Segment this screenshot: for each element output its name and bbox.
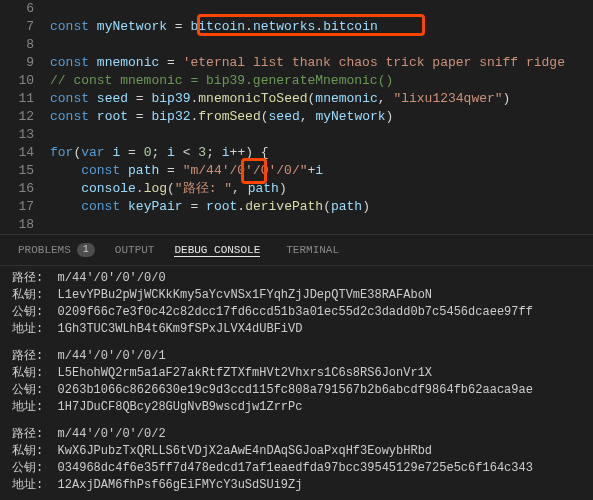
console-line: 私钥: KwX6JPubzTxQRLLS6tVDjX2aAwE4nDAqSGJo…: [12, 443, 581, 460]
code-line[interactable]: 9const mnemonic = 'eternal list thank ch…: [0, 54, 593, 72]
line-number: 11: [0, 90, 50, 108]
code-content: const mnemonic = 'eternal list thank cha…: [50, 54, 573, 72]
debug-console-output[interactable]: 路径: m/44'/0'/0'/0/0私钥: L1evYPBu2pWjWCKkK…: [0, 266, 593, 500]
line-number: 18: [0, 216, 50, 234]
code-content: const root = bip32.fromSeed(seed, myNetw…: [50, 108, 393, 126]
code-line[interactable]: 10// const mnemonic = bip39.generateMnem…: [0, 72, 593, 90]
console-line: 路径: m/44'/0'/0'/0/0: [12, 270, 581, 287]
code-content: const keyPair = root.derivePath(path): [50, 198, 370, 216]
line-number: 14: [0, 144, 50, 162]
panel-tabs: PROBLEMS 1 OUTPUT DEBUG CONSOLE TERMINAL: [0, 234, 593, 266]
tab-problems-label: PROBLEMS: [18, 244, 71, 256]
code-line[interactable]: 11const seed = bip39.mnemonicToSeed(mnem…: [0, 90, 593, 108]
tab-terminal-label: TERMINAL: [286, 244, 339, 256]
tab-terminal[interactable]: TERMINAL: [276, 240, 349, 260]
tab-problems[interactable]: PROBLEMS 1: [8, 239, 105, 261]
console-block: 路径: m/44'/0'/0'/0/0私钥: L1evYPBu2pWjWCKkK…: [12, 270, 581, 338]
line-number: 9: [0, 54, 50, 72]
tab-debug-console[interactable]: DEBUG CONSOLE: [164, 240, 276, 261]
console-line: 私钥: L1evYPBu2pWjWCKkKmy5aYcvNSx1FYqhZjJD…: [12, 287, 581, 304]
line-number: 17: [0, 198, 50, 216]
line-number: 10: [0, 72, 50, 90]
code-content: const path = "m/44'/0'/0'/0/"+i: [50, 162, 323, 180]
console-line: 私钥: L5EhohWQ2rm5a1aF27akRtfZTXfmHVt2Vhxr…: [12, 365, 581, 382]
console-line: 地址: 1H7JDuCF8QBcy28GUgNvB9wscdjw1ZrrPc: [12, 399, 581, 416]
code-editor[interactable]: 67const myNetwork = bitcoin.networks.bit…: [0, 0, 593, 234]
code-line[interactable]: 6: [0, 0, 593, 18]
line-number: 15: [0, 162, 50, 180]
console-block: 路径: m/44'/0'/0'/0/1私钥: L5EhohWQ2rm5a1aF2…: [12, 348, 581, 416]
code-line[interactable]: 16 console.log("路径: ", path): [0, 180, 593, 198]
code-line[interactable]: 18: [0, 216, 593, 234]
code-line[interactable]: 17 const keyPair = root.derivePath(path): [0, 198, 593, 216]
code-content: // const mnemonic = bip39.generateMnemon…: [50, 72, 393, 90]
tab-debug-label: DEBUG CONSOLE: [174, 244, 260, 257]
code-line[interactable]: 15 const path = "m/44'/0'/0'/0/"+i: [0, 162, 593, 180]
code-content: for(var i = 0; i < 3; i++) {: [50, 144, 269, 162]
code-content: const seed = bip39.mnemonicToSeed(mnemon…: [50, 90, 510, 108]
line-number: 6: [0, 0, 50, 18]
console-block: 路径: m/44'/0'/0'/0/2私钥: KwX6JPubzTxQRLLS6…: [12, 426, 581, 494]
code-content: console.log("路径: ", path): [50, 180, 287, 198]
console-line: 路径: m/44'/0'/0'/0/2: [12, 426, 581, 443]
tab-output[interactable]: OUTPUT: [105, 240, 165, 260]
console-line: 路径: m/44'/0'/0'/0/1: [12, 348, 581, 365]
line-number: 7: [0, 18, 50, 36]
code-line[interactable]: 7const myNetwork = bitcoin.networks.bitc…: [0, 18, 593, 36]
problems-count-badge: 1: [77, 243, 95, 257]
line-number: 12: [0, 108, 50, 126]
code-line[interactable]: 13: [0, 126, 593, 144]
line-number: 13: [0, 126, 50, 144]
code-line[interactable]: 12const root = bip32.fromSeed(seed, myNe…: [0, 108, 593, 126]
console-line: 地址: 12AxjDAM6fhPsf66gEiFMYcY3uSdSUi9Zj: [12, 477, 581, 494]
code-content: const myNetwork = bitcoin.networks.bitco…: [50, 18, 378, 36]
console-line: 公钥: 0209f66c7e3f0c42c82dcc17fd6ccd51b3a0…: [12, 304, 581, 321]
console-line: 公钥: 0263b1066c8626630e19c9d3ccd115fc808a…: [12, 382, 581, 399]
code-line[interactable]: 14for(var i = 0; i < 3; i++) {: [0, 144, 593, 162]
tab-output-label: OUTPUT: [115, 244, 155, 256]
line-number: 16: [0, 180, 50, 198]
console-line: 地址: 1Gh3TUC3WLhB4t6Km9fSPxJLVX4dUBFiVD: [12, 321, 581, 338]
code-line[interactable]: 8: [0, 36, 593, 54]
console-line: 公钥: 034968dc4f6e35ff7d478edcd17af1eaedfd…: [12, 460, 581, 477]
line-number: 8: [0, 36, 50, 54]
